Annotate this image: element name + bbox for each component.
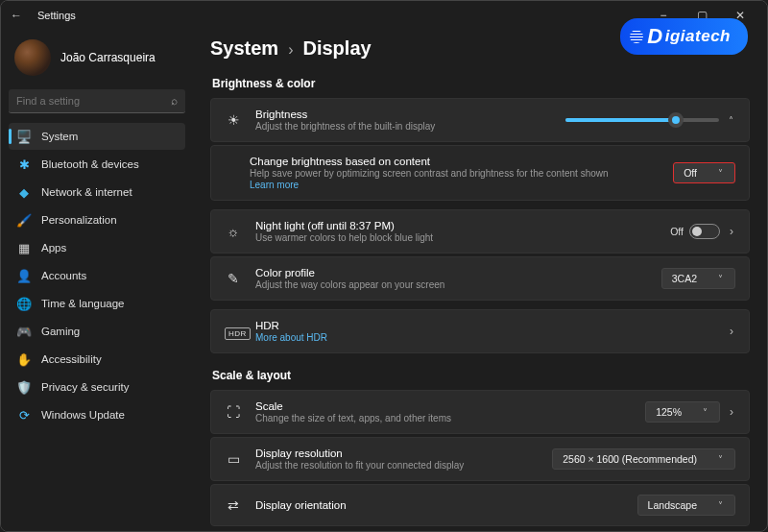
nav-item-personalization[interactable]: 🖌️Personalization bbox=[9, 206, 185, 233]
chevron-right-icon[interactable]: › bbox=[728, 325, 735, 338]
scale-card[interactable]: ⛶ Scale Change the size of text, apps, a… bbox=[210, 390, 750, 434]
color-profile-subtitle: Adjust the way colors appear on your scr… bbox=[255, 279, 648, 290]
nav-label: Apps bbox=[41, 242, 66, 254]
chevron-down-icon: ˅ bbox=[701, 407, 709, 418]
network-internet-icon: ◆ bbox=[16, 184, 32, 200]
nav-label: Personalization bbox=[41, 214, 117, 226]
night-light-state: Off bbox=[670, 226, 684, 237]
digiatech-logo: Digiatech bbox=[620, 18, 748, 55]
color-profile-dropdown[interactable]: 3CA2 ˅ bbox=[661, 268, 735, 289]
color-profile-card[interactable]: ✎ Color profile Adjust the way colors ap… bbox=[210, 256, 750, 301]
orientation-card[interactable]: ⇄ Display orientation Landscape ˅ bbox=[210, 484, 750, 526]
cbbc-title: Change brightness based on content bbox=[250, 156, 660, 167]
resolution-subtitle: Adjust the resolution to fit your connec… bbox=[255, 460, 539, 471]
nav-item-apps[interactable]: ▦Apps bbox=[9, 234, 185, 261]
hdr-title: HDR bbox=[255, 320, 714, 331]
nav-label: System bbox=[41, 131, 78, 142]
resolution-card[interactable]: ▭ Display resolution Adjust the resoluti… bbox=[210, 437, 750, 481]
profile[interactable]: João Carrasqueira bbox=[9, 34, 185, 89]
time-language-icon: 🌐 bbox=[16, 296, 32, 311]
resolution-value: 2560 × 1600 (Recommended) bbox=[563, 453, 697, 465]
night-light-subtitle: Use warmer colors to help block blue lig… bbox=[255, 232, 657, 243]
profile-name: João Carrasqueira bbox=[60, 51, 156, 64]
brightness-slider[interactable] bbox=[565, 118, 719, 122]
chevron-down-icon: ˅ bbox=[716, 274, 725, 284]
section-scale-layout: Scale & layout bbox=[212, 369, 750, 382]
main-content: System › Display Brightness & color ☀ Br… bbox=[193, 30, 767, 531]
back-button[interactable]: ← bbox=[9, 9, 24, 22]
resolution-title: Display resolution bbox=[255, 447, 539, 459]
orientation-icon: ⇄ bbox=[225, 497, 242, 513]
color-profile-value: 3CA2 bbox=[672, 273, 697, 284]
system-icon: 🖥️ bbox=[16, 129, 32, 144]
content-brightness-card: Change brightness based on content Help … bbox=[210, 145, 750, 201]
night-light-toggle[interactable] bbox=[689, 224, 720, 239]
nav-label: Privacy & security bbox=[41, 381, 129, 393]
nav-item-time-language[interactable]: 🌐Time & language bbox=[9, 290, 185, 317]
cbbc-value: Off bbox=[684, 167, 697, 179]
scale-value: 125% bbox=[656, 406, 682, 418]
brightness-icon: ☀ bbox=[225, 112, 242, 128]
nav-item-bluetooth-devices[interactable]: ✱Bluetooth & devices bbox=[9, 151, 185, 178]
night-light-title: Night light (off until 8:37 PM) bbox=[255, 220, 657, 231]
chevron-down-icon: ˅ bbox=[716, 168, 725, 179]
nav-item-windows-update[interactable]: ⟳Windows Update bbox=[9, 401, 185, 428]
brightness-subtitle: Adjust the brightness of the built-in di… bbox=[255, 121, 552, 132]
search-icon: ⌕ bbox=[171, 94, 178, 108]
chevron-right-icon: › bbox=[288, 41, 293, 59]
hdr-icon: HDR bbox=[225, 324, 242, 339]
sidebar: João Carrasqueira ⌕ 🖥️System✱Bluetooth &… bbox=[1, 30, 193, 531]
cbbc-learn-more-link[interactable]: Learn more bbox=[250, 180, 660, 190]
nav-label: Time & language bbox=[41, 298, 125, 309]
nav-label: Bluetooth & devices bbox=[41, 158, 139, 170]
resolution-icon: ▭ bbox=[225, 451, 242, 467]
nav-item-accessibility[interactable]: ✋Accessibility bbox=[9, 346, 185, 373]
section-brightness-color: Brightness & color bbox=[212, 77, 750, 90]
breadcrumb-current: Display bbox=[302, 37, 371, 60]
search-input[interactable] bbox=[16, 95, 171, 107]
nav-label: Gaming bbox=[41, 326, 80, 337]
brightness-card[interactable]: ☀ Brightness Adjust the brightness of th… bbox=[210, 98, 750, 142]
window-title: Settings bbox=[37, 10, 76, 21]
chevron-up-icon[interactable]: ˄ bbox=[727, 115, 735, 126]
orientation-value: Landscape bbox=[648, 499, 697, 511]
bluetooth-devices-icon: ✱ bbox=[16, 157, 32, 172]
chevron-right-icon[interactable]: › bbox=[728, 405, 735, 419]
hdr-link[interactable]: More about HDR bbox=[255, 332, 714, 343]
resolution-dropdown[interactable]: 2560 × 1600 (Recommended) ˅ bbox=[552, 448, 735, 470]
brightness-title: Brightness bbox=[255, 109, 552, 120]
hdr-card[interactable]: HDR HDR More about HDR › bbox=[210, 309, 750, 353]
orientation-dropdown[interactable]: Landscape ˅ bbox=[637, 495, 735, 516]
nav-label: Network & internet bbox=[41, 186, 132, 198]
night-light-card[interactable]: ☼ Night light (off until 8:37 PM) Use wa… bbox=[210, 209, 750, 254]
avatar bbox=[14, 39, 51, 76]
nav-item-privacy-security[interactable]: 🛡️Privacy & security bbox=[9, 374, 185, 400]
color-profile-icon: ✎ bbox=[225, 271, 242, 286]
scale-icon: ⛶ bbox=[225, 404, 242, 420]
windows-update-icon: ⟳ bbox=[16, 407, 32, 423]
nav-label: Windows Update bbox=[41, 409, 125, 421]
cbbc-dropdown[interactable]: Off ˅ bbox=[673, 162, 735, 183]
search-box[interactable]: ⌕ bbox=[9, 89, 185, 113]
nav-item-gaming[interactable]: 🎮Gaming bbox=[9, 318, 185, 345]
nav-list: 🖥️System✱Bluetooth & devices◆Network & i… bbox=[9, 123, 185, 428]
chevron-down-icon: ˅ bbox=[716, 500, 725, 511]
nav-item-system[interactable]: 🖥️System bbox=[9, 123, 185, 150]
night-light-icon: ☼ bbox=[225, 224, 242, 239]
accounts-icon: 👤 bbox=[16, 268, 32, 283]
orientation-title: Display orientation bbox=[255, 499, 624, 511]
nav-item-network-internet[interactable]: ◆Network & internet bbox=[9, 179, 185, 206]
scale-subtitle: Change the size of text, apps, and other… bbox=[255, 413, 632, 423]
breadcrumb-parent[interactable]: System bbox=[210, 37, 278, 60]
color-profile-title: Color profile bbox=[255, 267, 648, 278]
privacy-security-icon: 🛡️ bbox=[16, 379, 32, 395]
nav-item-accounts[interactable]: 👤Accounts bbox=[9, 262, 185, 289]
personalization-icon: 🖌️ bbox=[16, 212, 32, 228]
slider-thumb[interactable] bbox=[668, 112, 684, 128]
apps-icon: ▦ bbox=[16, 240, 32, 255]
scale-dropdown[interactable]: 125% ˅ bbox=[645, 401, 720, 423]
nav-label: Accounts bbox=[41, 270, 86, 281]
chevron-down-icon: ˅ bbox=[716, 454, 725, 465]
accessibility-icon: ✋ bbox=[16, 351, 32, 367]
chevron-right-icon[interactable]: › bbox=[728, 225, 735, 238]
